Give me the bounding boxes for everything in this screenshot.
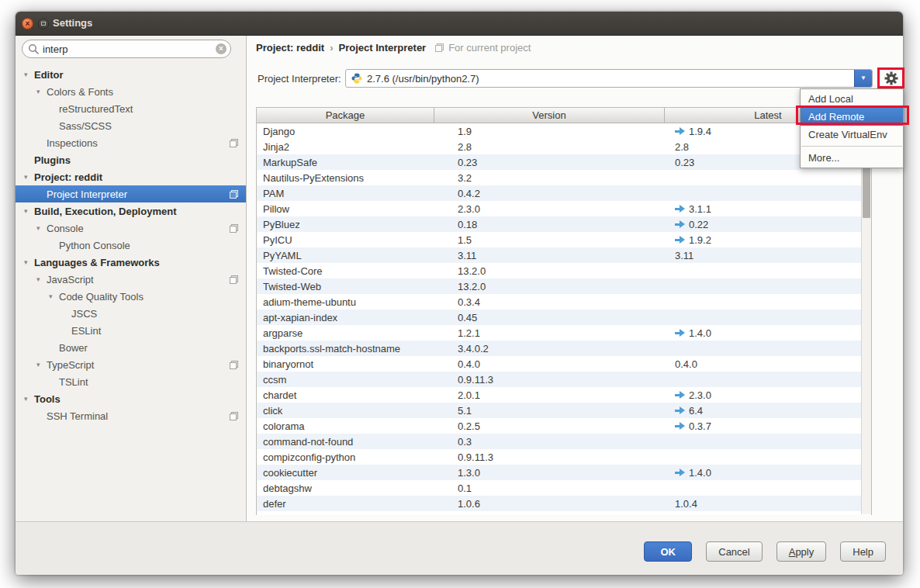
package-version: 5.1 [434,403,665,418]
window-close-button[interactable]: × [22,18,33,29]
package-name: argparse [257,325,434,341]
package-name: backports.ssl-match-hostname [257,341,434,356]
window-maximize-button[interactable] [38,19,49,29]
column-header-package[interactable]: Package [257,108,434,123]
package-row-binaryornot[interactable]: binaryornot0.4.00.4.0 [257,356,871,372]
breadcrumb-page: Project Interpreter [338,42,426,54]
package-row-cookiecutter[interactable]: cookiecutter1.3.01.4.0 [257,465,871,480]
expand-arrow-icon[interactable]: ▾ [24,258,34,266]
settings-search-input[interactable] [22,40,231,58]
package-version: 0.2.5 [434,418,665,434]
package-row-colorama[interactable]: colorama0.2.50.3.7 [257,418,871,434]
package-version: 3.2 [434,170,665,185]
sidebar-item-label: Colors & Fonts [47,86,113,98]
table-scrollbar[interactable] [861,123,871,514]
package-row-debtagshw[interactable]: debtagshw0.1 [257,480,871,496]
package-row-defer[interactable]: defer1.0.61.0.4 [257,496,871,511]
dialog-footer: OKCancelApplyHelp [16,521,903,575]
sidebar-item-tslint[interactable]: TSLint [16,373,246,390]
sidebar-item-build-execution-deployment[interactable]: ▾Build, Execution, Deployment [16,202,246,220]
sidebar-item-editor[interactable]: ▾Editor [16,66,246,83]
sidebar-item-languages-frameworks[interactable]: ▾Languages & Frameworks [16,254,246,271]
package-row-ccsm[interactable]: ccsm0.9.11.3 [257,372,871,387]
expand-arrow-icon[interactable]: ▾ [24,395,34,403]
package-row-compizconfig-python[interactable]: compizconfig-python0.9.11.3 [257,449,871,465]
package-row-chardet[interactable]: chardet2.0.12.3.0 [257,387,871,403]
package-row-twisted-core[interactable]: Twisted-Core13.2.0 [257,263,871,278]
ok-button[interactable]: OK [644,541,692,562]
package-row-pyicu[interactable]: PyICU1.51.9.2 [257,232,871,247]
expand-arrow-icon[interactable]: ▾ [36,361,47,368]
package-table-header: Package Version Latest [257,108,871,123]
sidebar-item-code-quality-tools[interactable]: ▾Code Quality Tools [16,288,246,305]
package-row-command-not-found[interactable]: command-not-found0.3 [257,434,871,449]
settings-sidebar: × ▾Editor▾Colors & FontsreStructuredText… [16,36,247,521]
package-row-argparse[interactable]: argparse1.2.11.4.0 [257,325,871,341]
package-row-pam[interactable]: PAM0.4.2 [257,185,871,201]
sidebar-item-console[interactable]: ▾Console [16,220,246,237]
expand-arrow-icon[interactable]: ▾ [49,292,59,300]
cancel-button[interactable]: Cancel [706,541,762,562]
menu-item-add-remote[interactable]: Add Remote [801,108,903,126]
package-row-pillow[interactable]: Pillow2.3.03.1.1 [257,201,871,216]
package-name: PyICU [257,232,434,247]
package-latest [665,294,871,310]
package-row-twisted-web[interactable]: Twisted-Web13.2.0 [257,278,871,294]
search-icon [28,43,40,55]
sidebar-item-project-interpreter[interactable]: Project Interpreter [16,185,246,202]
sidebar-item-restructuredtext[interactable]: reStructuredText [16,100,246,117]
package-row-pybluez[interactable]: PyBluez0.180.22 [257,216,871,232]
upgrade-arrow-icon [675,236,685,244]
sidebar-item-tools[interactable]: ▾Tools [16,390,246,407]
gear-annotation-box [877,67,904,88]
latest-version-value: 0.22 [689,219,708,230]
sidebar-item-colors-fonts[interactable]: ▾Colors & Fonts [16,83,246,100]
package-row-adium-theme-ubuntu[interactable]: adium-theme-ubuntu0.3.4 [257,294,871,310]
expand-arrow-icon[interactable]: ▾ [24,71,34,78]
expand-arrow-icon[interactable]: ▾ [36,275,47,283]
sidebar-item-python-console[interactable]: Python Console [16,237,246,254]
sidebar-item-ssh-terminal[interactable]: SSH Terminal [16,407,246,424]
package-latest [665,480,871,496]
sidebar-item-plugins[interactable]: Plugins [16,151,246,168]
package-latest [665,341,871,356]
package-row-pyyaml[interactable]: PyYAML3.113.11 [257,247,871,263]
current-project-page-icon [435,43,444,52]
package-name: chardet [257,387,434,403]
menu-item-more[interactable]: More... [801,149,903,167]
apply-button[interactable]: Apply [776,541,827,562]
sidebar-item-typescript[interactable]: ▾TypeScript [16,356,246,373]
sidebar-item-project-reddit[interactable]: ▾Project: reddit [16,168,246,185]
clear-search-icon[interactable]: × [216,43,227,54]
interpreter-select[interactable]: 2.7.6 (/usr/bin/python2.7) ▼ [345,69,873,88]
package-latest [665,310,871,325]
package-name: compizconfig-python [257,449,434,465]
expand-arrow-icon[interactable]: ▾ [36,224,47,232]
expand-arrow-icon[interactable]: ▾ [24,207,34,215]
package-row-markupsafe[interactable]: MarkupSafe0.230.23 [257,154,871,170]
gear-icon[interactable] [884,71,898,85]
package-row-apt-xapian-index[interactable]: apt-xapian-index0.45 [257,310,871,325]
sidebar-item-inspections[interactable]: Inspections [16,134,246,151]
sidebar-item-label: Sass/SCSS [59,120,112,132]
column-header-version[interactable]: Version [434,108,665,123]
expand-arrow-icon[interactable]: ▾ [36,88,47,95]
package-row-django[interactable]: Django1.91.9.4 [257,123,871,139]
sidebar-item-label: Python Console [59,240,130,251]
sidebar-item-jscs[interactable]: JSCS [16,305,246,322]
package-name: Django [257,123,434,139]
package-row-backports-ssl-match-hostname[interactable]: backports.ssl-match-hostname3.4.0.2 [257,341,871,356]
help-button[interactable]: Help [840,541,886,562]
sidebar-item-eslint[interactable]: ESLint [16,322,246,339]
package-row-dirspec[interactable]: dirspec13.1013.08 [257,511,871,515]
sidebar-item-javascript[interactable]: ▾JavaScript [16,271,246,288]
package-row-click[interactable]: click5.16.4 [257,403,871,418]
expand-arrow-icon[interactable]: ▾ [24,173,34,181]
interpreter-dropdown-arrow-icon[interactable]: ▼ [854,70,872,87]
sidebar-item-bower[interactable]: Bower [16,339,246,356]
menu-item-add-local[interactable]: Add Local [801,90,903,108]
package-row-nautilus-pyextensions[interactable]: Nautilus-PyExtensions3.2 [257,170,871,185]
sidebar-item-sass-scss[interactable]: Sass/SCSS [16,117,246,134]
package-row-jinja2[interactable]: Jinja22.82.8 [257,139,871,154]
menu-item-create-virtualenv[interactable]: Create VirtualEnv [801,126,903,144]
